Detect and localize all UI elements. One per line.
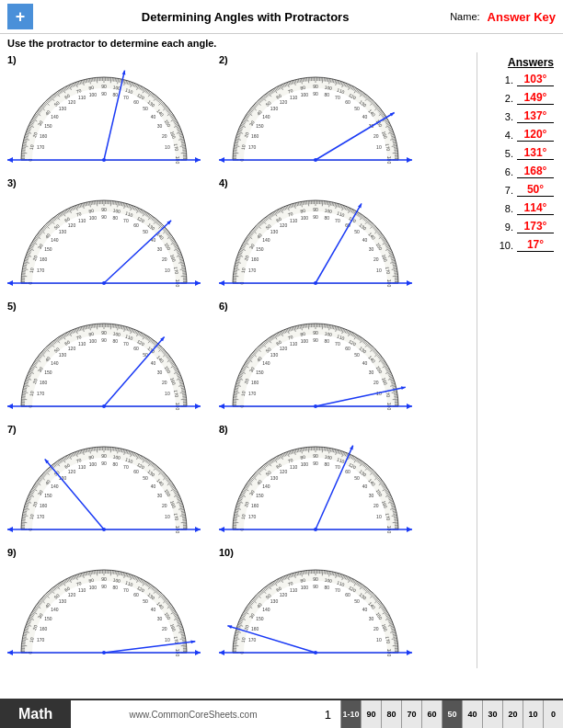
svg-text:100: 100	[89, 585, 98, 590]
svg-text:90: 90	[313, 214, 318, 220]
svg-text:120: 120	[68, 99, 76, 105]
svg-text:30: 30	[369, 493, 374, 498]
svg-text:30: 30	[157, 493, 163, 498]
svg-text:110: 110	[78, 341, 86, 347]
svg-text:120: 120	[280, 592, 288, 597]
svg-text:90: 90	[101, 453, 107, 459]
svg-text:100: 100	[89, 215, 98, 221]
svg-text:50: 50	[143, 598, 148, 604]
answer-value: 114°	[517, 201, 554, 215]
svg-point-2229	[314, 651, 317, 654]
protractor: 0101702016030150401405013060120701108010…	[7, 313, 205, 418]
svg-text:70: 70	[123, 464, 129, 470]
answer-value: 137°	[517, 109, 554, 123]
svg-text:130: 130	[59, 106, 67, 111]
svg-text:150: 150	[44, 123, 52, 129]
problem: 9) 0101702016030150401405013060120701108…	[4, 545, 215, 666]
svg-text:60: 60	[345, 592, 350, 597]
svg-text:170: 170	[248, 637, 257, 643]
protractor: 0101702016030150401405013060120701108010…	[7, 66, 205, 172]
svg-text:100: 100	[301, 585, 309, 590]
svg-text:90: 90	[313, 576, 318, 582]
answer-row: 2.149°	[483, 91, 554, 105]
svg-text:100: 100	[89, 338, 98, 344]
svg-text:20: 20	[162, 256, 167, 262]
svg-text:50: 50	[354, 598, 360, 604]
svg-text:90: 90	[313, 84, 318, 89]
svg-text:60: 60	[133, 469, 139, 474]
svg-marker-2228	[227, 625, 232, 629]
svg-text:120: 120	[280, 346, 288, 351]
svg-text:80: 80	[112, 215, 118, 221]
svg-text:90: 90	[313, 461, 318, 466]
answer-row: 3.137°	[483, 109, 554, 123]
svg-text:30: 30	[369, 616, 374, 621]
problems-area: 1) 0101702016030150401405013060120701108…	[4, 52, 477, 668]
answer-number: 3.	[505, 111, 513, 122]
answer-number: 9.	[505, 222, 513, 233]
score-0: 0	[543, 700, 563, 728]
answer-row: 6.168°	[483, 165, 554, 178]
svg-text:170: 170	[37, 637, 45, 643]
answer-row: 1.103°	[483, 73, 554, 86]
problem-number: 1)	[7, 54, 212, 65]
svg-marker-219	[195, 157, 201, 163]
svg-text:100: 100	[301, 338, 309, 344]
svg-text:30: 30	[157, 123, 163, 129]
svg-text:70: 70	[123, 587, 129, 593]
answer-value: 103°	[517, 73, 554, 86]
svg-point-445	[314, 158, 317, 162]
problems-row: 7) 0101702016030150401405013060120701108…	[4, 422, 477, 543]
svg-text:150: 150	[44, 370, 52, 375]
answer-row: 5.131°	[483, 146, 554, 160]
svg-marker-1779	[219, 527, 224, 532]
problem: 10) 010170201603015040140501306012070110…	[215, 545, 427, 666]
problems-row: 5) 0101702016030150401405013060120701108…	[4, 299, 477, 420]
protractor: 0101702016030150401405013060120701108010…	[7, 189, 205, 295]
answer-value: 168°	[517, 165, 554, 178]
svg-text:90: 90	[313, 91, 318, 97]
svg-text:90: 90	[101, 84, 107, 89]
svg-text:120: 120	[68, 469, 76, 474]
svg-text:90: 90	[101, 584, 107, 589]
svg-text:140: 140	[262, 360, 270, 366]
svg-text:90: 90	[313, 584, 318, 589]
svg-text:30: 30	[157, 370, 163, 375]
svg-point-1337	[314, 404, 317, 408]
svg-text:130: 130	[270, 475, 279, 481]
svg-text:70: 70	[123, 341, 129, 347]
protractor: 0101702016030150401405013060120701108010…	[7, 559, 205, 665]
svg-text:120: 120	[280, 222, 288, 228]
svg-text:120: 120	[68, 592, 76, 597]
answer-key-label: Answer Key	[488, 10, 556, 24]
answer-number: 5.	[505, 148, 513, 159]
svg-text:130: 130	[270, 352, 279, 358]
svg-text:90: 90	[313, 207, 318, 212]
protractor: 0101702016030150401405013060120701108010…	[7, 436, 205, 541]
svg-point-1560	[102, 528, 106, 531]
svg-marker-2226	[407, 650, 412, 655]
header: + Determining Angles with Protractors Na…	[0, 0, 563, 34]
svg-text:150: 150	[44, 493, 52, 498]
svg-text:10: 10	[165, 144, 170, 150]
svg-text:70: 70	[335, 464, 340, 470]
svg-text:20: 20	[162, 133, 167, 139]
svg-text:20: 20	[373, 133, 379, 139]
svg-text:80: 80	[324, 92, 329, 97]
svg-text:160: 160	[40, 380, 48, 385]
problems-row: 1) 0101702016030150401405013060120701108…	[4, 52, 477, 174]
svg-text:160: 160	[251, 626, 259, 631]
answer-number: 8.	[505, 203, 513, 214]
footer-url: www.CommonCoreSheets.com	[71, 710, 315, 720]
svg-text:90: 90	[101, 214, 107, 220]
main-area: 1) 0101702016030150401405013060120701108…	[0, 52, 563, 668]
svg-text:140: 140	[51, 483, 59, 489]
svg-text:130: 130	[270, 106, 279, 111]
svg-text:60: 60	[345, 469, 350, 474]
svg-text:120: 120	[280, 99, 288, 105]
score-40: 40	[462, 700, 482, 728]
svg-text:40: 40	[151, 607, 156, 612]
svg-marker-664	[7, 280, 13, 286]
name-label: Name:	[450, 11, 479, 22]
svg-text:100: 100	[301, 461, 309, 467]
